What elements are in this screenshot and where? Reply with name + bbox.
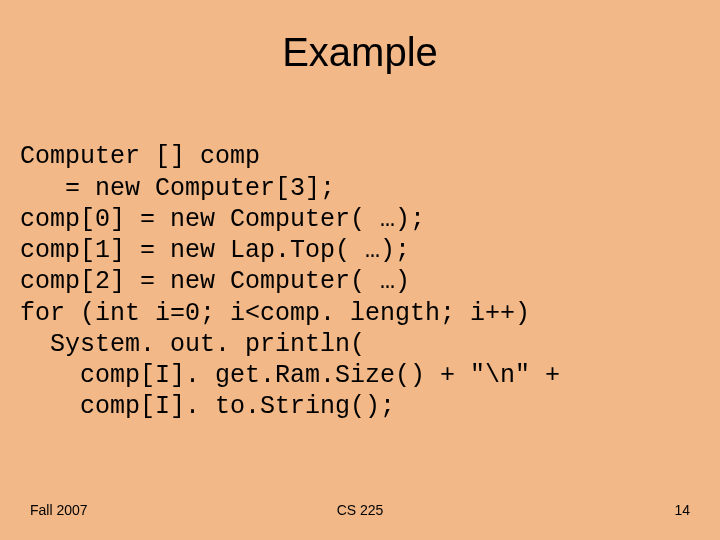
footer-course: CS 225 xyxy=(0,502,720,518)
code-line: comp[2] = new Computer( …) xyxy=(20,267,410,296)
code-line: comp[I]. get.Ram.Size() + "\n" + xyxy=(20,361,560,390)
code-line: comp[1] = new Lap.Top( …); xyxy=(20,236,410,265)
code-line: comp[I]. to.String(); xyxy=(20,392,395,421)
code-line: System. out. println( xyxy=(20,330,365,359)
code-line: Computer [] comp xyxy=(20,142,260,171)
code-line: = new Computer[3]; xyxy=(20,174,335,203)
code-line: comp[0] = new Computer( …); xyxy=(20,205,425,234)
code-block: Computer [] comp = new Computer[3]; comp… xyxy=(20,110,720,423)
slide-title: Example xyxy=(0,30,720,75)
footer-page-number: 14 xyxy=(674,502,690,518)
code-line: for (int i=0; i<comp. length; i++) xyxy=(20,299,530,328)
